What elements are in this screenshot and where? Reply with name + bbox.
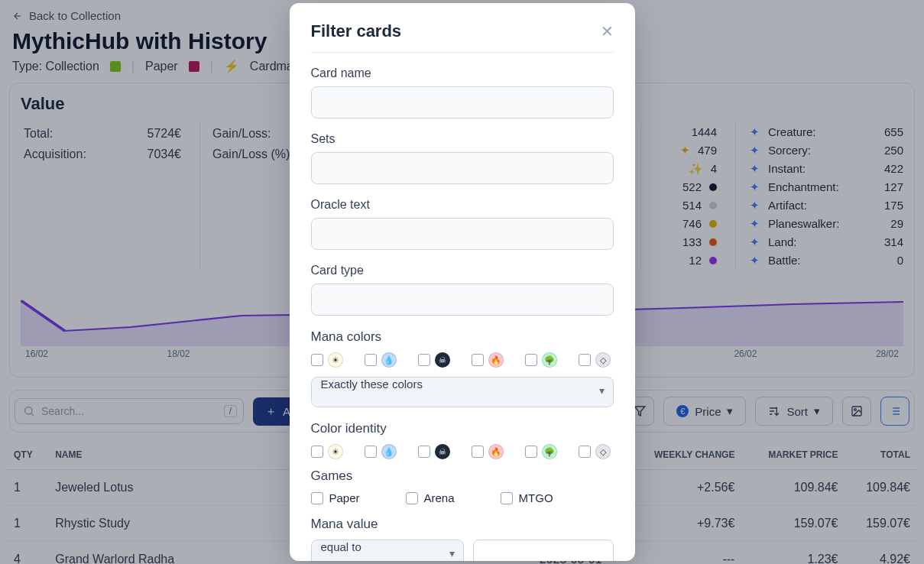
game-paper-label: Paper bbox=[329, 491, 360, 504]
mana-value-input[interactable] bbox=[473, 540, 614, 561]
mana-green-checkbox[interactable] bbox=[525, 354, 537, 366]
games-label: Games bbox=[311, 468, 614, 484]
ci-black-icon: ☠ bbox=[435, 444, 450, 459]
modal-title: Filter cards bbox=[311, 21, 402, 41]
color-mode-select[interactable]: Exactly these colors bbox=[311, 377, 614, 407]
ci-colorless-icon: ◇ bbox=[595, 444, 611, 459]
card-type-input[interactable] bbox=[311, 284, 614, 316]
filter-modal: Filter cards ✕ Card name Sets Oracle tex… bbox=[290, 3, 635, 561]
ci-green-checkbox[interactable] bbox=[525, 446, 537, 458]
ci-red-checkbox[interactable] bbox=[472, 446, 484, 458]
game-arena-checkbox[interactable] bbox=[406, 492, 418, 504]
mana-colorless-checkbox[interactable] bbox=[579, 354, 591, 366]
card-type-label: Card type bbox=[311, 264, 614, 277]
mana-colors-label: Mana colors bbox=[311, 329, 614, 345]
mana-colors-row: ☀ 💧 ☠ 🔥 🌳 ◇ bbox=[311, 352, 614, 368]
close-button[interactable]: ✕ bbox=[601, 22, 614, 41]
game-arena-label: Arena bbox=[424, 491, 455, 504]
ci-green-icon: 🌳 bbox=[542, 444, 557, 459]
game-paper-checkbox[interactable] bbox=[311, 492, 323, 504]
color-identity-row: ☀ 💧 ☠ 🔥 🌳 ◇ bbox=[311, 444, 614, 459]
card-name-label: Card name bbox=[311, 66, 614, 80]
ci-red-icon: 🔥 bbox=[488, 444, 504, 459]
ci-colorless-checkbox[interactable] bbox=[579, 446, 591, 458]
mana-green-icon: 🌳 bbox=[542, 352, 557, 368]
mana-value-label: Mana value bbox=[311, 517, 614, 532]
card-name-input[interactable] bbox=[311, 86, 614, 118]
mana-blue-checkbox[interactable] bbox=[365, 354, 377, 366]
mana-white-checkbox[interactable] bbox=[311, 354, 323, 366]
mana-blue-icon: 💧 bbox=[381, 352, 397, 368]
mana-black-checkbox[interactable] bbox=[418, 354, 430, 366]
sets-label: Sets bbox=[311, 132, 614, 146]
ci-white-icon: ☀ bbox=[328, 444, 343, 459]
color-identity-label: Color identity bbox=[311, 421, 614, 436]
ci-blue-icon: 💧 bbox=[381, 444, 397, 459]
mana-value-op-select[interactable]: equal to bbox=[311, 540, 464, 561]
mana-red-checkbox[interactable] bbox=[472, 354, 484, 366]
mana-black-icon: ☠ bbox=[435, 352, 450, 368]
oracle-input[interactable] bbox=[311, 218, 614, 250]
ci-blue-checkbox[interactable] bbox=[365, 446, 377, 458]
oracle-label: Oracle text bbox=[311, 198, 614, 212]
mana-white-icon: ☀ bbox=[328, 352, 343, 368]
ci-white-checkbox[interactable] bbox=[311, 446, 323, 458]
mana-colorless-icon: ◇ bbox=[595, 352, 611, 368]
sets-input[interactable] bbox=[311, 152, 614, 184]
game-mtgo-label: MTGO bbox=[519, 491, 553, 504]
mana-red-icon: 🔥 bbox=[488, 352, 504, 368]
ci-black-checkbox[interactable] bbox=[418, 446, 430, 458]
game-mtgo-checkbox[interactable] bbox=[501, 492, 513, 504]
